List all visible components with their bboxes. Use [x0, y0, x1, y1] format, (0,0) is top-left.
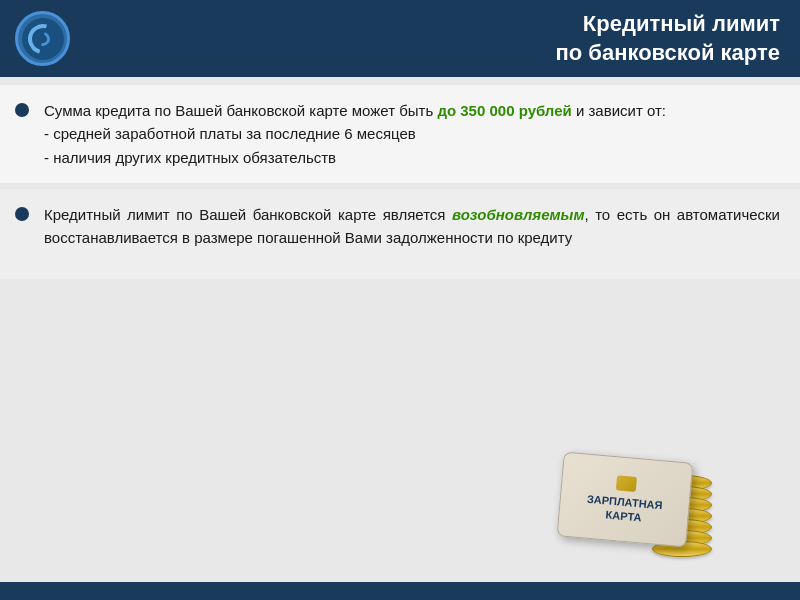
block1-item2: - наличия других кредитных обязательств — [44, 149, 336, 166]
logo-inner — [22, 18, 64, 60]
block1-text-before: Сумма кредита по Вашей банковской карте … — [44, 102, 437, 119]
title-line2: по банковской карте — [555, 39, 780, 68]
block1-item1: - средней заработной платы за последние … — [44, 125, 416, 142]
card-chip-icon — [616, 475, 637, 492]
bottom-bar — [0, 582, 800, 600]
bullet-2 — [15, 207, 29, 221]
card-label-line2: КАРТА — [605, 508, 642, 523]
block2-text: Кредитный лимит по Вашей банковской карт… — [44, 203, 780, 250]
slide-title: Кредитный лимит по банковской карте — [555, 10, 780, 67]
title-line1: Кредитный лимит — [555, 10, 780, 39]
info-block-2: Кредитный лимит по Вашей банковской карт… — [0, 189, 800, 279]
block2-text-before: Кредитный лимит по Вашей банковской карт… — [44, 206, 452, 223]
logo-spiral-icon — [22, 18, 63, 59]
block2-highlight: возобновляемым — [452, 206, 585, 223]
block1-highlight: до 350 000 рублей — [437, 102, 571, 119]
content-area: Сумма кредита по Вашей банковской карте … — [0, 77, 800, 582]
info-block-1: Сумма кредита по Вашей банковской карте … — [0, 85, 800, 183]
card-label-line1: ЗАРПЛАТНАЯ — [587, 492, 663, 511]
bottom-area: ЗАРПЛАТНАЯ КАРТА — [0, 285, 800, 582]
bank-logo — [15, 11, 70, 66]
card-label: ЗАРПЛАТНАЯ КАРТА — [585, 491, 663, 526]
logo-area — [15, 11, 70, 66]
bullet-1 — [15, 103, 29, 117]
header: Кредитный лимит по банковской карте — [0, 0, 800, 77]
bank-card: ЗАРПЛАТНАЯ КАРТА — [557, 451, 694, 547]
slide: Кредитный лимит по банковской карте Сумм… — [0, 0, 800, 600]
block1-text: Сумма кредита по Вашей банковской карте … — [44, 99, 666, 169]
block1-text-after: и зависит от: — [572, 102, 666, 119]
